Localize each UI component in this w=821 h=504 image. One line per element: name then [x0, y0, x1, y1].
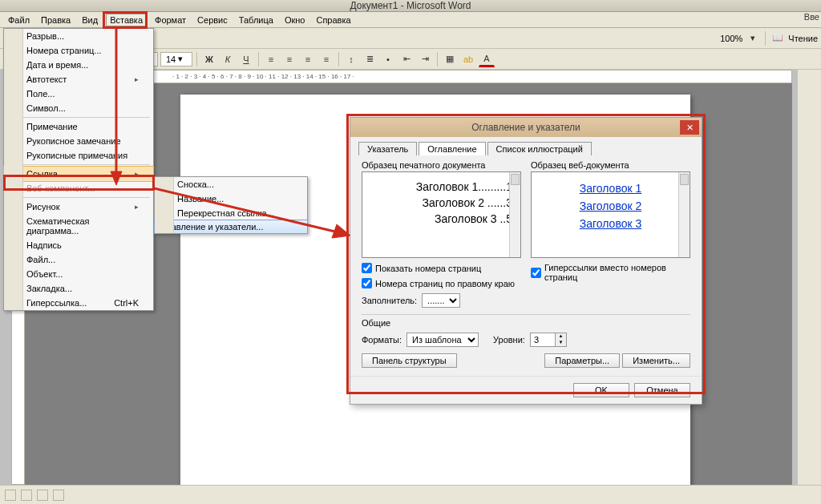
scrollbar-stub[interactable]	[678, 172, 690, 257]
menu-item-pagenums[interactable]: Номера страниц...	[4, 43, 153, 58]
tab-index[interactable]: Указатель	[358, 142, 417, 155]
hyperlinks-checkbox[interactable]	[531, 268, 541, 278]
outdent-icon[interactable]: ⇤	[398, 51, 415, 67]
formats-select[interactable]: Из шаблона	[406, 333, 479, 347]
right-align-checkbox[interactable]	[362, 278, 372, 288]
menu-file[interactable]: Файл	[5, 14, 33, 26]
menu-item-file[interactable]: Файл...	[4, 252, 153, 267]
menu-item-comment[interactable]: Примечание	[4, 119, 153, 134]
web-h1: Заголовок 1	[540, 182, 681, 195]
web-sample-label: Образец веб-документа	[531, 160, 690, 170]
web-h2: Заголовок 2	[540, 200, 681, 212]
menu-item-link[interactable]: Ссылка▸	[3, 166, 154, 182]
indent-icon[interactable]: ⇥	[417, 51, 433, 67]
font-size-box[interactable]: 14 ▾	[160, 52, 192, 67]
submenu-toc[interactable]: Оглавление и указатели...	[154, 220, 308, 234]
statusbar	[0, 485, 821, 504]
task-pane-edge	[797, 70, 821, 485]
highlight-icon[interactable]: ab	[460, 51, 476, 67]
show-pagenums-label: Показать номера страниц	[375, 264, 481, 273]
reading-label[interactable]: Чтение	[788, 34, 818, 43]
menu-view[interactable]: Вид	[79, 14, 101, 26]
submenu-footnote[interactable]: Сноска...	[155, 177, 307, 192]
view-web-icon[interactable]	[21, 490, 32, 501]
submenu-crossref[interactable]: Перекрестная ссылка...	[155, 206, 307, 220]
levels-input[interactable]	[531, 333, 555, 346]
web-h3: Заголовок 3	[540, 217, 681, 230]
menu-item-symbol[interactable]: Символ...	[4, 101, 153, 115]
menu-table[interactable]: Таблица	[236, 14, 277, 26]
bullets-icon[interactable]: •	[380, 51, 396, 67]
web-preview: Заголовок 1 Заголовок 2 Заголовок 3	[531, 171, 690, 258]
print-sample-label: Образец печатного документа	[362, 160, 521, 170]
menu-item-picture[interactable]: Рисунок▸	[4, 200, 153, 214]
menu-format[interactable]: Формат	[152, 14, 189, 26]
zoom-value[interactable]: 100%	[720, 34, 742, 43]
menu-insert[interactable]: Вставка	[106, 14, 147, 26]
borders-icon[interactable]: ▦	[442, 51, 458, 67]
filler-select[interactable]: .......	[422, 293, 460, 308]
menu-item-textbox[interactable]: Надпись	[4, 238, 153, 252]
menu-item-inknotes[interactable]: Рукописные примечания	[4, 148, 153, 163]
print-preview: Заголовок 1.........1 Заголовок 2 ......…	[362, 171, 521, 258]
dialog-close-button[interactable]: ✕	[680, 120, 699, 135]
filler-label: Заполнитель:	[362, 296, 417, 305]
hyperlinks-label: Гиперссылки вместо номеров страниц	[544, 263, 690, 282]
menu-item-webcomp[interactable]: Веб-компонент...	[4, 181, 153, 196]
menu-item-autotext[interactable]: Автотекст▸	[4, 72, 153, 87]
submenu-caption[interactable]: Название...	[155, 192, 307, 206]
toc-dialog: Оглавление и указатели ✕ Указатель Оглав…	[350, 117, 702, 405]
menu-item-datetime[interactable]: Дата и время...	[4, 58, 153, 72]
align-left-icon[interactable]: ≡	[263, 51, 279, 67]
ok-button[interactable]: OK	[573, 383, 629, 397]
line-spacing-icon[interactable]: ↕	[343, 51, 359, 67]
menubar: Файл Правка Вид Вставка Формат Сервис Та…	[0, 12, 821, 28]
tab-toc[interactable]: Оглавление	[419, 142, 485, 155]
levels-spinner[interactable]: ▲▼	[530, 333, 567, 347]
bold-icon[interactable]: Ж	[201, 51, 217, 67]
zoom-dropdown-icon[interactable]: ▾	[745, 30, 761, 46]
window-title: Документ1 - Microsoft Word	[0, 0, 821, 12]
formats-label: Форматы:	[362, 335, 402, 345]
menu-help[interactable]: Справка	[313, 14, 354, 26]
menu-item-object[interactable]: Объект...	[4, 267, 153, 281]
italic-icon[interactable]: К	[220, 51, 236, 67]
menu-item-bookmark[interactable]: Закладка...	[4, 281, 153, 296]
view-outline-icon[interactable]	[53, 490, 64, 501]
general-label: Общие	[362, 318, 690, 328]
reading-icon[interactable]: 📖	[770, 30, 786, 46]
dialog-title: Оглавление и указатели ✕	[350, 118, 702, 137]
font-color-icon[interactable]: A	[479, 51, 495, 67]
align-right-icon[interactable]: ≡	[300, 51, 316, 67]
menu-item-break[interactable]: Разрыв...	[4, 29, 153, 43]
menu-edit[interactable]: Правка	[38, 14, 74, 26]
outline-panel-button[interactable]: Панель структуры	[362, 353, 457, 368]
levels-label: Уровни:	[493, 335, 525, 345]
view-print-icon[interactable]	[37, 490, 48, 501]
numbering-icon[interactable]: ≣	[362, 51, 378, 67]
modify-button[interactable]: Изменить...	[622, 353, 690, 368]
view-normal-icon[interactable]	[5, 490, 16, 501]
insert-menu: Разрыв... Номера страниц... Дата и время…	[3, 28, 154, 311]
tab-figures[interactable]: Список иллюстраций	[487, 142, 592, 155]
justify-icon[interactable]: ≡	[318, 51, 334, 67]
underline-icon[interactable]: Ч	[238, 51, 254, 67]
link-submenu: Сноска... Название... Перекрестная ссылк…	[154, 176, 308, 234]
menu-item-hyperlink[interactable]: Гиперссылка...Ctrl+K	[4, 296, 153, 310]
menu-service[interactable]: Сервис	[194, 14, 231, 26]
menu-item-diagram[interactable]: Схематическая диаграмма...	[4, 214, 153, 238]
show-pagenums-checkbox[interactable]	[362, 263, 372, 273]
menu-window[interactable]: Окно	[281, 14, 309, 26]
cancel-button[interactable]: Отмена	[634, 383, 690, 397]
params-button[interactable]: Параметры...	[544, 353, 620, 368]
menu-item-field[interactable]: Поле...	[4, 87, 153, 101]
align-center-icon[interactable]: ≡	[281, 51, 297, 67]
right-label: Вве	[804, 12, 819, 22]
scrollbar-stub[interactable]	[509, 172, 520, 257]
right-align-label: Номера страниц по правому краю	[375, 279, 515, 288]
menu-item-ink[interactable]: Рукописное замечание	[4, 134, 153, 148]
